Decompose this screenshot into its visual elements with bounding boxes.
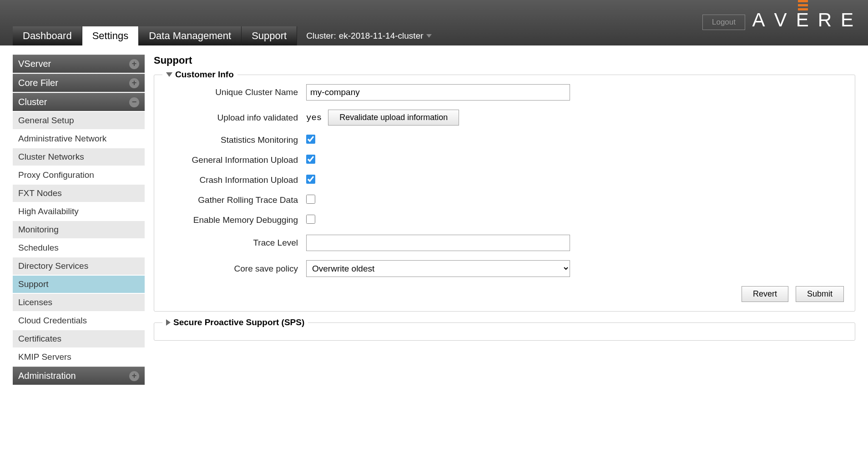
sidebar-item-proxy-configuration[interactable]: Proxy Configuration [13, 166, 145, 184]
page-title: Support [154, 55, 855, 66]
sidebar-item-support[interactable]: Support [13, 276, 145, 293]
sidebar-section-label: Administration [18, 371, 76, 381]
row-cluster-name: Unique Cluster Name [165, 84, 844, 101]
main-panel: Support Customer Info Unique Cluster Nam… [154, 55, 855, 386]
chevron-right-icon [166, 319, 171, 326]
input-trace-level[interactable] [306, 235, 570, 251]
revert-button[interactable]: Revert [742, 286, 788, 302]
logo-letter-e: E [796, 9, 810, 31]
checkbox-general-upload[interactable] [306, 155, 315, 164]
label-core-save: Core save policy [165, 264, 306, 274]
sidebar-item-cluster-networks[interactable]: Cluster Networks [13, 148, 145, 166]
select-core-save[interactable]: Overwrite oldest [306, 260, 570, 277]
sidebar-section-label: VServer [18, 59, 51, 69]
submit-button[interactable]: Submit [796, 286, 844, 302]
sidebar-item-general-setup[interactable]: General Setup [13, 112, 145, 129]
logo-e-accent-icon [796, 0, 810, 10]
brand-logo: A V E R E [752, 9, 854, 31]
legend-text: Customer Info [175, 70, 234, 80]
fieldset-legend-customer-info[interactable]: Customer Info [162, 70, 237, 80]
sidebar-item-monitoring[interactable]: Monitoring [13, 221, 145, 238]
label-upload-validated: Upload info validated [165, 113, 306, 123]
checkbox-memory-debug[interactable] [306, 215, 315, 224]
plus-icon [129, 371, 139, 381]
sidebar-item-kmip-servers[interactable]: KMIP Servers [13, 348, 145, 366]
cluster-prefix: Cluster: [306, 31, 336, 41]
row-trace-level: Trace Level [165, 235, 844, 251]
sidebar-section-core-filer[interactable]: Core Filer [13, 74, 145, 92]
sidebar-item-certificates[interactable]: Certificates [13, 330, 145, 347]
chevron-down-icon [166, 72, 172, 77]
label-cluster-name: Unique Cluster Name [165, 87, 306, 97]
checkbox-crash-upload[interactable] [306, 175, 315, 184]
sidebar-section-cluster[interactable]: Cluster [13, 93, 145, 111]
row-core-save: Core save policy Overwrite oldest [165, 260, 844, 277]
label-general-upload: General Information Upload [165, 155, 306, 165]
sidebar-section-label: Core Filer [18, 78, 58, 88]
label-stats-monitoring: Statistics Monitoring [165, 135, 306, 145]
logout-button[interactable]: Logout [702, 15, 745, 30]
plus-icon [129, 78, 139, 88]
checkbox-stats-monitoring[interactable] [306, 135, 315, 144]
row-general-upload: General Information Upload [165, 155, 844, 166]
minus-icon [129, 97, 139, 107]
legend-text: Secure Proactive Support (SPS) [173, 317, 304, 327]
button-row: Revert Submit [165, 286, 844, 302]
row-memory-debug: Enable Memory Debugging [165, 215, 844, 226]
tab-data-management[interactable]: Data Management [139, 26, 242, 45]
revalidate-button[interactable]: Revalidate upload information [328, 110, 459, 126]
input-cluster-name[interactable] [306, 84, 570, 101]
label-trace-level: Trace Level [165, 238, 306, 248]
fieldset-customer-info: Customer Info Unique Cluster Name Upload… [154, 75, 855, 312]
fieldset-sps: Secure Proactive Support (SPS) [154, 322, 855, 341]
row-upload-validated: Upload info validated yes Revalidate upl… [165, 110, 844, 126]
logo-letter-e2: E [841, 9, 854, 31]
logo-letter-a: A [752, 9, 766, 31]
chevron-down-icon [426, 34, 432, 38]
cluster-selector[interactable]: Cluster: ek-2018-11-14-cluster [297, 26, 440, 45]
sidebar-section-label: Cluster [18, 97, 47, 107]
label-memory-debug: Enable Memory Debugging [165, 215, 306, 225]
upload-validated-value: yes [306, 113, 322, 123]
sidebar-cluster-items: General SetupAdministrative NetworkClust… [13, 112, 145, 366]
sidebar-section-administration[interactable]: Administration [13, 367, 145, 385]
label-rolling-trace: Gather Rolling Trace Data [165, 195, 306, 205]
sidebar-section-vserver[interactable]: VServer [13, 55, 145, 73]
sidebar-item-directory-services[interactable]: Directory Services [13, 257, 145, 275]
main-tabs: Dashboard Settings Data Management Suppo… [13, 26, 441, 45]
sidebar: VServer Core Filer Cluster General Setup… [13, 55, 145, 386]
label-crash-upload: Crash Information Upload [165, 175, 306, 185]
sidebar-item-licenses[interactable]: Licenses [13, 294, 145, 311]
tab-support[interactable]: Support [242, 26, 297, 45]
plus-icon [129, 59, 139, 69]
tab-settings[interactable]: Settings [82, 26, 139, 45]
sidebar-item-high-availability[interactable]: High Availability [13, 203, 145, 220]
row-crash-upload: Crash Information Upload [165, 175, 844, 186]
fieldset-legend-sps[interactable]: Secure Proactive Support (SPS) [162, 317, 308, 327]
sidebar-item-schedules[interactable]: Schedules [13, 239, 145, 257]
logo-letter-r: R [818, 9, 833, 31]
tab-dashboard[interactable]: Dashboard [13, 26, 82, 45]
checkbox-rolling-trace[interactable] [306, 195, 315, 204]
row-rolling-trace: Gather Rolling Trace Data [165, 195, 844, 206]
cluster-name: ek-2018-11-14-cluster [339, 31, 424, 41]
content-area: VServer Core Filer Cluster General Setup… [0, 45, 868, 395]
sidebar-item-fxt-nodes[interactable]: FXT Nodes [13, 185, 145, 202]
logo-letter-v: V [774, 9, 788, 31]
sidebar-item-administrative-network[interactable]: Administrative Network [13, 130, 145, 147]
header-bar: Logout A V E R E Dashboard Settings Data… [0, 0, 868, 45]
sidebar-item-cloud-credentials[interactable]: Cloud Credentials [13, 312, 145, 329]
row-stats-monitoring: Statistics Monitoring [165, 135, 844, 146]
